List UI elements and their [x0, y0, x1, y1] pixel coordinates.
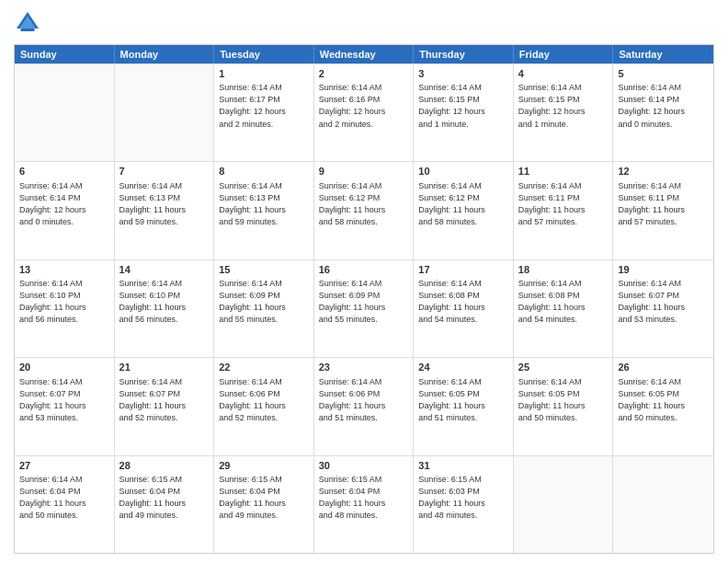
header	[14, 9, 714, 37]
cell-info: Sunrise: 6:15 AM Sunset: 6:04 PM Dayligh…	[319, 474, 409, 522]
weekday-header-wednesday: Wednesday	[314, 45, 415, 63]
weekday-header-tuesday: Tuesday	[214, 45, 314, 63]
calendar-cell-26: 26Sunrise: 6:14 AM Sunset: 6:05 PM Dayli…	[613, 358, 713, 454]
page: SundayMondayTuesdayWednesdayThursdayFrid…	[0, 0, 728, 563]
cell-info: Sunrise: 6:14 AM Sunset: 6:10 PM Dayligh…	[19, 278, 109, 326]
day-number: 30	[319, 459, 409, 473]
weekday-header-saturday: Saturday	[613, 45, 713, 63]
day-number: 23	[319, 361, 409, 374]
day-number: 26	[618, 361, 709, 374]
calendar-cell-22: 22Sunrise: 6:14 AM Sunset: 6:06 PM Dayli…	[214, 358, 314, 454]
calendar-cell-29: 29Sunrise: 6:15 AM Sunset: 6:04 PM Dayli…	[214, 456, 314, 553]
day-number: 2	[319, 67, 409, 81]
day-number: 28	[119, 459, 210, 473]
cell-info: Sunrise: 6:14 AM Sunset: 6:07 PM Dayligh…	[119, 376, 210, 424]
calendar-cell-4: 4Sunrise: 6:14 AM Sunset: 6:15 PM Daylig…	[514, 64, 614, 161]
calendar-row-0: 1Sunrise: 6:14 AM Sunset: 6:17 PM Daylig…	[15, 63, 713, 161]
day-number: 1	[219, 67, 309, 81]
cell-info: Sunrise: 6:14 AM Sunset: 6:17 PM Dayligh…	[219, 82, 309, 130]
calendar-cell-31: 31Sunrise: 6:15 AM Sunset: 6:03 PM Dayli…	[414, 456, 514, 553]
calendar-cell-10: 10Sunrise: 6:14 AM Sunset: 6:12 PM Dayli…	[414, 162, 514, 259]
day-number: 6	[19, 165, 109, 178]
day-number: 17	[418, 263, 508, 277]
calendar-cell-21: 21Sunrise: 6:14 AM Sunset: 6:07 PM Dayli…	[115, 358, 215, 454]
day-number: 25	[518, 361, 609, 374]
day-number: 29	[219, 459, 309, 473]
day-number: 10	[418, 165, 508, 178]
cell-info: Sunrise: 6:14 AM Sunset: 6:08 PM Dayligh…	[518, 278, 609, 326]
weekday-header-sunday: Sunday	[15, 45, 115, 63]
calendar: SundayMondayTuesdayWednesdayThursdayFrid…	[14, 44, 714, 554]
day-number: 15	[219, 263, 309, 277]
cell-info: Sunrise: 6:14 AM Sunset: 6:04 PM Dayligh…	[19, 474, 109, 522]
cell-info: Sunrise: 6:15 AM Sunset: 6:03 PM Dayligh…	[418, 474, 508, 522]
cell-info: Sunrise: 6:14 AM Sunset: 6:10 PM Dayligh…	[119, 278, 210, 326]
calendar-cell-1: 1Sunrise: 6:14 AM Sunset: 6:17 PM Daylig…	[214, 64, 314, 161]
calendar-row-1: 6Sunrise: 6:14 AM Sunset: 6:14 PM Daylig…	[15, 161, 713, 259]
cell-info: Sunrise: 6:14 AM Sunset: 6:09 PM Dayligh…	[219, 278, 309, 326]
calendar-row-3: 20Sunrise: 6:14 AM Sunset: 6:07 PM Dayli…	[15, 357, 713, 454]
calendar-cell-5: 5Sunrise: 6:14 AM Sunset: 6:14 PM Daylig…	[613, 64, 713, 161]
cell-info: Sunrise: 6:14 AM Sunset: 6:06 PM Dayligh…	[319, 376, 409, 424]
calendar-body: 1Sunrise: 6:14 AM Sunset: 6:17 PM Daylig…	[15, 63, 713, 553]
calendar-header: SundayMondayTuesdayWednesdayThursdayFrid…	[15, 45, 713, 63]
day-number: 18	[518, 263, 609, 277]
calendar-cell-9: 9Sunrise: 6:14 AM Sunset: 6:12 PM Daylig…	[314, 162, 415, 259]
cell-info: Sunrise: 6:14 AM Sunset: 6:15 PM Dayligh…	[518, 82, 609, 130]
cell-info: Sunrise: 6:15 AM Sunset: 6:04 PM Dayligh…	[119, 474, 210, 522]
cell-info: Sunrise: 6:14 AM Sunset: 6:14 PM Dayligh…	[618, 82, 709, 130]
day-number: 19	[618, 263, 709, 277]
calendar-cell-13: 13Sunrise: 6:14 AM Sunset: 6:10 PM Dayli…	[15, 260, 115, 357]
calendar-cell-25: 25Sunrise: 6:14 AM Sunset: 6:05 PM Dayli…	[514, 358, 614, 454]
calendar-cell-19: 19Sunrise: 6:14 AM Sunset: 6:07 PM Dayli…	[613, 260, 713, 357]
calendar-cell-11: 11Sunrise: 6:14 AM Sunset: 6:11 PM Dayli…	[514, 162, 614, 259]
calendar-cell-7: 7Sunrise: 6:14 AM Sunset: 6:13 PM Daylig…	[115, 162, 215, 259]
calendar-row-4: 27Sunrise: 6:14 AM Sunset: 6:04 PM Dayli…	[15, 455, 713, 553]
day-number: 8	[219, 165, 309, 178]
calendar-cell-empty	[514, 456, 614, 553]
cell-info: Sunrise: 6:14 AM Sunset: 6:15 PM Dayligh…	[418, 82, 508, 130]
cell-info: Sunrise: 6:14 AM Sunset: 6:07 PM Dayligh…	[618, 278, 709, 326]
cell-info: Sunrise: 6:14 AM Sunset: 6:05 PM Dayligh…	[618, 376, 709, 424]
cell-info: Sunrise: 6:14 AM Sunset: 6:14 PM Dayligh…	[19, 180, 109, 228]
cell-info: Sunrise: 6:14 AM Sunset: 6:13 PM Dayligh…	[219, 180, 309, 228]
calendar-cell-23: 23Sunrise: 6:14 AM Sunset: 6:06 PM Dayli…	[314, 358, 415, 454]
logo-icon	[14, 9, 41, 37]
day-number: 13	[19, 263, 109, 277]
svg-rect-2	[21, 29, 35, 31]
calendar-cell-17: 17Sunrise: 6:14 AM Sunset: 6:08 PM Dayli…	[414, 260, 514, 357]
calendar-cell-15: 15Sunrise: 6:14 AM Sunset: 6:09 PM Dayli…	[214, 260, 314, 357]
cell-info: Sunrise: 6:14 AM Sunset: 6:11 PM Dayligh…	[618, 180, 709, 228]
weekday-header-monday: Monday	[115, 45, 215, 63]
cell-info: Sunrise: 6:14 AM Sunset: 6:05 PM Dayligh…	[418, 376, 508, 424]
day-number: 22	[219, 361, 309, 374]
day-number: 4	[518, 67, 609, 81]
cell-info: Sunrise: 6:14 AM Sunset: 6:07 PM Dayligh…	[19, 376, 109, 424]
calendar-cell-27: 27Sunrise: 6:14 AM Sunset: 6:04 PM Dayli…	[15, 456, 115, 553]
day-number: 5	[618, 67, 709, 81]
calendar-cell-2: 2Sunrise: 6:14 AM Sunset: 6:16 PM Daylig…	[314, 64, 415, 161]
calendar-cell-16: 16Sunrise: 6:14 AM Sunset: 6:09 PM Dayli…	[314, 260, 415, 357]
day-number: 20	[19, 361, 109, 374]
logo	[14, 9, 45, 37]
calendar-cell-20: 20Sunrise: 6:14 AM Sunset: 6:07 PM Dayli…	[15, 358, 115, 454]
calendar-cell-empty	[115, 64, 215, 161]
weekday-header-friday: Friday	[514, 45, 614, 63]
calendar-cell-3: 3Sunrise: 6:14 AM Sunset: 6:15 PM Daylig…	[414, 64, 514, 161]
calendar-cell-empty	[15, 64, 115, 161]
day-number: 16	[319, 263, 409, 277]
cell-info: Sunrise: 6:14 AM Sunset: 6:05 PM Dayligh…	[518, 376, 609, 424]
day-number: 9	[319, 165, 409, 178]
cell-info: Sunrise: 6:14 AM Sunset: 6:16 PM Dayligh…	[319, 82, 409, 130]
day-number: 21	[119, 361, 210, 374]
day-number: 14	[119, 263, 210, 277]
calendar-cell-30: 30Sunrise: 6:15 AM Sunset: 6:04 PM Dayli…	[314, 456, 415, 553]
calendar-cell-28: 28Sunrise: 6:15 AM Sunset: 6:04 PM Dayli…	[115, 456, 215, 553]
cell-info: Sunrise: 6:14 AM Sunset: 6:08 PM Dayligh…	[418, 278, 508, 326]
cell-info: Sunrise: 6:14 AM Sunset: 6:11 PM Dayligh…	[518, 180, 609, 228]
calendar-cell-8: 8Sunrise: 6:14 AM Sunset: 6:13 PM Daylig…	[214, 162, 314, 259]
calendar-cell-18: 18Sunrise: 6:14 AM Sunset: 6:08 PM Dayli…	[514, 260, 614, 357]
cell-info: Sunrise: 6:14 AM Sunset: 6:12 PM Dayligh…	[319, 180, 409, 228]
cell-info: Sunrise: 6:14 AM Sunset: 6:09 PM Dayligh…	[319, 278, 409, 326]
calendar-cell-12: 12Sunrise: 6:14 AM Sunset: 6:11 PM Dayli…	[613, 162, 713, 259]
